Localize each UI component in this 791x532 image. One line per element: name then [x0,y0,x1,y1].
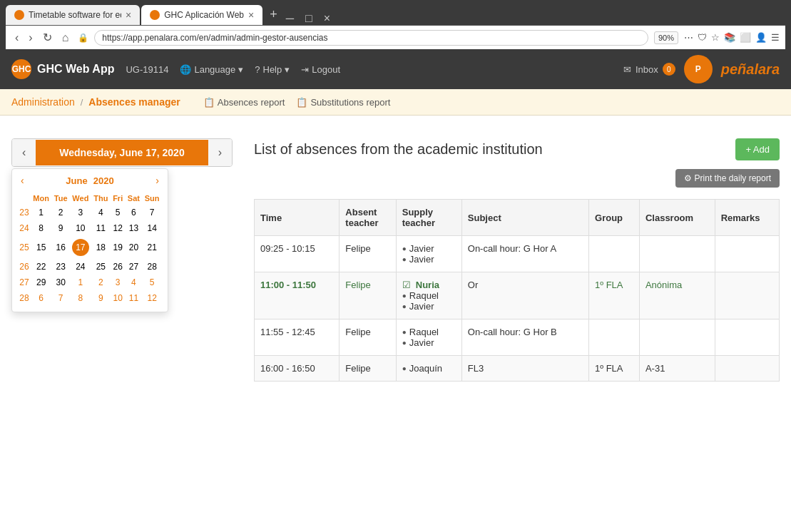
supply-dot: ● [402,339,407,347]
cell-group [589,319,640,356]
cal-day[interactable]: 15 [31,236,52,259]
tab-icon[interactable]: ⬜ [740,32,751,43]
inbox-button[interactable]: ✉ Inbox 0 [623,63,675,76]
cell-supply: ●Javier●Javier [396,236,461,272]
cal-day[interactable]: 6 [126,205,143,220]
logout-label: Logout [312,64,340,75]
cal-day[interactable]: 7 [51,290,70,306]
cal-day[interactable]: 26 [111,259,126,275]
cal-day[interactable]: 5 [111,205,126,220]
cal-day[interactable]: 3 [111,275,126,290]
cal-day[interactable]: 18 [91,236,111,259]
language-link[interactable]: 🌐 Language ▾ [180,64,243,75]
cal-day[interactable]: 10 [70,220,91,236]
cal-day[interactable]: 7 [142,205,162,220]
cal-week-num: 26 [18,259,31,275]
date-prev-button[interactable]: ‹ [12,139,36,166]
cal-day[interactable]: 3 [70,205,91,220]
add-button[interactable]: + Add [735,138,780,160]
bookmarks-icon[interactable]: 📚 [724,32,735,43]
cal-day[interactable]: 13 [126,220,143,236]
maximize-btn[interactable]: □ [302,12,315,25]
cell-group [589,236,640,272]
cal-day[interactable]: 8 [31,220,52,236]
language-label: Language [194,64,235,75]
address-input[interactable] [94,30,648,46]
cal-day[interactable]: 10 [111,290,126,306]
breadcrumb-admin[interactable]: Administration [11,96,75,108]
cal-day[interactable]: 24 [70,259,91,275]
cal-day[interactable]: 11 [126,290,143,306]
menu-icon[interactable]: ☰ [771,32,780,43]
cal-day[interactable]: 6 [31,290,52,306]
bookmark-icon[interactable]: ☆ [711,32,720,43]
tab-close-1[interactable]: × [126,9,131,21]
brand-logo-text: P [695,64,701,74]
cal-day[interactable]: 25 [91,259,111,275]
brand-logo-icon: P [684,55,713,83]
cal-day[interactable]: 23 [51,259,70,275]
account-icon[interactable]: 👤 [755,32,767,43]
browser-tab-1[interactable]: Timetable software for educati... × [6,5,140,25]
inbox-label: Inbox [636,64,658,75]
header-right: ✉ Inbox 0 P peñalara [623,55,780,83]
help-link[interactable]: ? Help ▾ [255,64,290,75]
cal-day[interactable]: 2 [91,275,111,290]
cell-absent: Felipe [340,272,396,319]
cal-day[interactable]: 21 [142,236,162,259]
absences-report-link[interactable]: 📋 Absences report [203,97,285,108]
cal-day[interactable]: 19 [111,236,126,259]
cal-day[interactable]: 5 [142,275,162,290]
cal-day[interactable]: 28 [142,259,162,275]
cal-prev-button[interactable]: ‹ [18,175,27,186]
browser-tab-2[interactable]: GHC Aplicación Web × [141,5,262,25]
brand-name: peñalara [721,61,780,78]
cal-day[interactable]: 27 [126,259,143,275]
shield-icon: 🛡 [698,32,707,43]
cal-day[interactable]: 12 [142,290,162,306]
forward-button[interactable]: › [25,29,36,46]
table-header: List of absences from the academic insti… [254,138,780,160]
cal-day[interactable]: 29 [31,275,52,290]
cal-day[interactable]: 22 [31,259,52,275]
supply-dot: ● [402,328,407,336]
breadcrumb-current: Absences manager [88,96,180,108]
close-btn[interactable]: × [321,12,333,25]
inbox-icon: ✉ [623,64,631,75]
minimize-btn[interactable]: ─ [283,12,297,25]
cal-day[interactable]: 11 [91,220,111,236]
cal-day[interactable]: 12 [111,220,126,236]
cal-day[interactable]: 4 [126,275,143,290]
app-name: GHC Web App [37,63,114,76]
cal-day[interactable]: 30 [51,275,70,290]
cal-day[interactable]: 4 [91,205,111,220]
supply-name: Nuria [416,280,439,290]
home-button[interactable]: ⌂ [58,29,73,46]
print-button[interactable]: ⚙ Print the daily report [675,169,780,188]
breadcrumb-actions: 📋 Absences report 📋 Substitutions report [203,97,391,108]
logout-link[interactable]: ⇥ Logout [301,64,340,75]
date-nav-label[interactable]: Wednesday, June 17, 2020 [36,140,208,165]
absences-tbody: 09:25 - 10:15Felipe●Javier●JavierOn-call… [255,236,780,382]
cal-day[interactable]: 16 [51,236,70,259]
supply-item: ●Raquel [402,290,456,301]
refresh-button[interactable]: ↻ [39,29,56,46]
cal-day[interactable]: 1 [70,275,91,290]
cal-week-num: 24 [18,220,31,236]
supply-dot: ● [402,245,407,252]
cal-day[interactable]: 1 [31,205,52,220]
cal-day[interactable]: 2 [51,205,70,220]
substitutions-report-link[interactable]: 📋 Substitutions report [296,97,390,108]
cal-day[interactable]: 9 [51,220,70,236]
new-tab-button[interactable]: + [264,4,283,25]
back-button[interactable]: ‹ [11,29,22,46]
cal-day[interactable]: 20 [126,236,143,259]
cal-day[interactable]: 14 [142,220,162,236]
date-next-button[interactable]: › [208,139,232,166]
cal-day[interactable]: 9 [91,290,111,306]
tab-close-2[interactable]: × [248,9,254,21]
cal-next-button[interactable]: › [153,175,162,186]
cal-day[interactable]: 8 [70,290,91,306]
cal-sun-header: Sun [142,192,162,205]
cal-day[interactable]: 17 [70,236,91,259]
